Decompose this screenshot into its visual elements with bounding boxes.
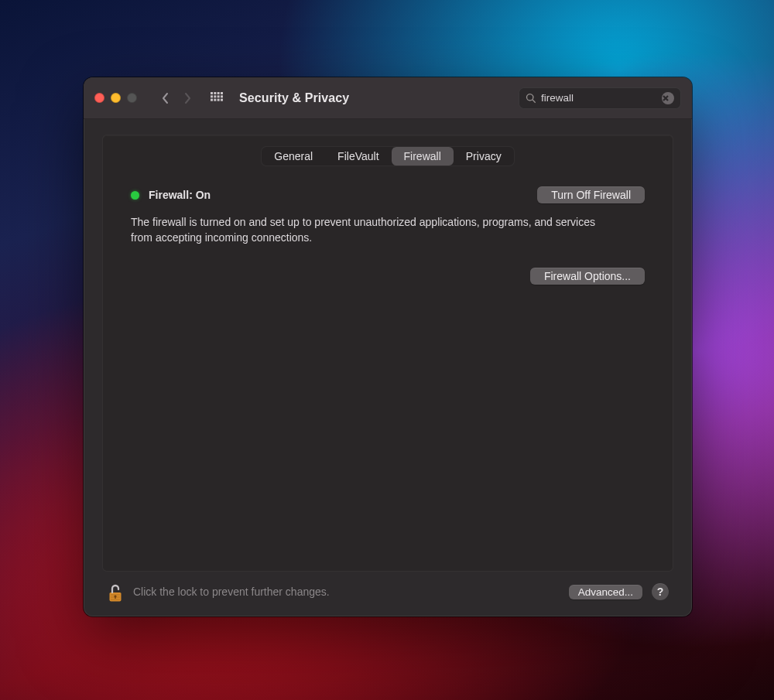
lock-hint: Click the lock to prevent further change… [133,586,560,598]
search-input-value[interactable]: firewall [541,92,662,104]
footer: Click the lock to prevent further change… [102,572,673,606]
svg-rect-1 [214,92,216,94]
tab-privacy[interactable]: Privacy [454,147,514,166]
help-button[interactable]: ? [652,583,669,600]
svg-rect-5 [214,95,216,97]
tab-general[interactable]: General [262,147,325,166]
close-window-button[interactable] [94,93,104,103]
lock-icon[interactable] [107,581,124,603]
nav-forward-button [177,88,197,108]
svg-rect-0 [211,92,213,94]
preferences-window: Security & Privacy firewall General File… [84,77,692,616]
show-all-button[interactable] [207,88,227,108]
svg-rect-9 [214,98,216,101]
search-field[interactable]: firewall [519,87,681,109]
window-title: Security & Privacy [239,91,349,105]
firewall-options-button[interactable]: Firewall Options... [530,268,645,285]
nav-arrows [156,88,197,108]
svg-rect-7 [221,95,223,97]
content-panel: General FileVault Firewall Privacy Firew… [102,135,673,572]
advanced-button[interactable]: Advanced... [569,585,642,599]
svg-rect-8 [211,98,213,101]
titlebar: Security & Privacy firewall [84,77,692,119]
zoom-window-button [127,93,137,103]
svg-rect-3 [221,92,223,94]
tab-filevault[interactable]: FileVault [325,147,391,166]
firewall-description: The firewall is turned on and set up to … [131,214,611,246]
search-clear-button[interactable] [662,92,674,104]
nav-back-button[interactable] [156,88,176,108]
svg-rect-13 [115,596,116,599]
svg-rect-10 [217,98,220,101]
window-body: General FileVault Firewall Privacy Firew… [84,119,692,616]
tab-bar: General FileVault Firewall Privacy [261,146,514,166]
svg-rect-11 [221,98,223,101]
status-dot-icon [131,191,139,200]
search-icon [526,93,536,104]
svg-rect-2 [217,92,220,94]
firewall-status: Firewall: On [131,189,211,201]
turn-off-firewall-button[interactable]: Turn Off Firewall [537,186,645,203]
svg-rect-4 [211,95,213,97]
firewall-status-row: Firewall: On Turn Off Firewall [131,186,645,203]
minimize-window-button[interactable] [111,93,121,103]
firewall-status-label: Firewall: On [149,189,211,201]
window-controls [94,93,137,103]
firewall-content: Firewall: On Turn Off Firewall The firew… [103,166,673,285]
svg-rect-6 [217,95,220,97]
tab-firewall[interactable]: Firewall [392,147,454,166]
